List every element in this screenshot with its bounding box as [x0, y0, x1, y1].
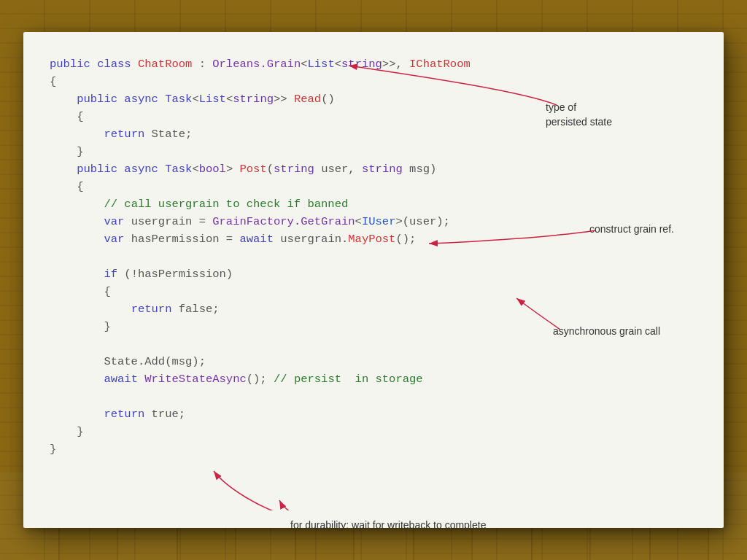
code-line-15: return false; [50, 300, 697, 318]
annotation-durability: for durability: wait for writeback to co… [290, 518, 486, 534]
annotation-async-call: asynchronous grain call [553, 324, 660, 340]
code-line-20 [50, 388, 697, 405]
code-line-18: State.Add(msg); [50, 353, 697, 370]
code-line-6: } [50, 143, 697, 160]
annotation-grain-ref: construct grain ref. [589, 222, 674, 238]
slide: public class ChatRoom : Orleans.Grain<Li… [23, 32, 724, 528]
code-line-8: { [50, 178, 697, 195]
code-line-19: await WriteStateAsync(); // persist in s… [50, 370, 697, 388]
annotation-persisted-state: type ofpersisted state [546, 101, 612, 129]
code-line-13: if (!hasPermission) [50, 265, 697, 283]
code-line-21: return true; [50, 405, 697, 423]
code-line-14: { [50, 283, 697, 300]
code-line-7: public async Task<bool> Post(string user… [50, 160, 697, 178]
code-line-2: { [50, 73, 697, 90]
code-line-12 [50, 248, 697, 265]
code-line-22: } [50, 423, 697, 440]
code-block: public class ChatRoom : Orleans.Grain<Li… [50, 55, 697, 510]
code-line-1: public class ChatRoom : Orleans.Grain<Li… [50, 55, 697, 73]
code-line-9: // call usergrain to check if banned [50, 195, 697, 213]
code-line-23: } [50, 440, 697, 458]
